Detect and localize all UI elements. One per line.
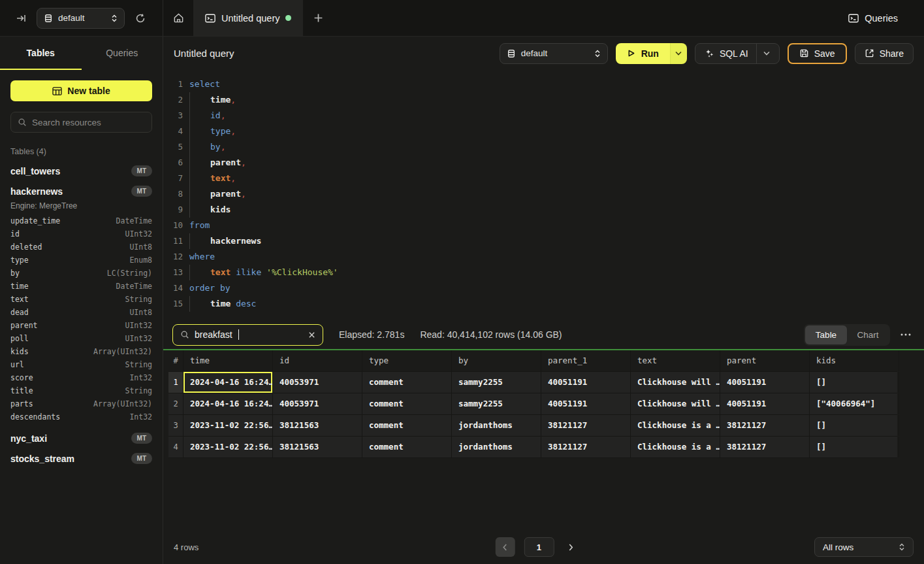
column-row[interactable]: timeDateTime [10, 280, 152, 293]
table-cell[interactable]: Clickhouse is a … [631, 415, 720, 436]
column-row[interactable]: partsArray(UInt32) [10, 397, 152, 410]
sidebar-search-input[interactable] [32, 118, 148, 127]
table-cell[interactable]: comment [362, 372, 452, 393]
tables-list: cell_towersMThackernewsMTEngine: MergeTr… [10, 165, 152, 464]
column-row[interactable]: deletedUInt8 [10, 241, 152, 254]
header-cell[interactable]: by [452, 350, 541, 371]
column-row[interactable]: urlString [10, 358, 152, 371]
collapse-sidebar-button[interactable] [12, 9, 30, 27]
table-cell[interactable]: comment [362, 415, 452, 436]
table-cell[interactable]: comment [362, 393, 452, 414]
token: , [241, 189, 246, 199]
table-cell[interactable]: 2024-04-16 16:24… [183, 393, 273, 414]
header-cell[interactable]: text [631, 350, 720, 371]
clear-search-button[interactable] [308, 331, 315, 339]
table-cell[interactable]: ["40066964"] [810, 393, 899, 414]
header-cell[interactable]: parent_1 [541, 350, 631, 371]
table-cell[interactable]: [] [810, 415, 899, 436]
tab-untitled-query[interactable]: Untitled query [193, 0, 303, 36]
sidebar-tab-queries[interactable]: Queries [82, 37, 163, 70]
table-cell[interactable]: 2023-11-02 22:56… [183, 437, 273, 457]
table-cell[interactable]: sammy2255 [452, 393, 541, 414]
run-button[interactable]: Run [616, 43, 670, 64]
column-row[interactable]: titleString [10, 384, 152, 397]
table-cell[interactable]: 40051191 [720, 393, 810, 414]
run-options-button[interactable] [670, 43, 687, 64]
column-row[interactable]: descendantsInt32 [10, 410, 152, 423]
next-page-button[interactable] [563, 537, 579, 557]
page-number-input[interactable]: 1 [524, 537, 554, 557]
table-cell[interactable]: comment [362, 437, 452, 457]
table-cell[interactable]: 38121127 [720, 415, 810, 436]
new-tab-button[interactable] [303, 0, 333, 36]
database-selector[interactable]: default [37, 8, 125, 29]
column-row[interactable]: typeEnum8 [10, 254, 152, 267]
header-cell[interactable]: time [183, 350, 273, 371]
table-cell[interactable]: 38121127 [720, 437, 810, 457]
column-row[interactable]: byLC(String) [10, 267, 152, 280]
table-cell[interactable]: 40051191 [541, 393, 631, 414]
header-cell[interactable]: kids [810, 350, 899, 371]
header-cell[interactable]: id [273, 350, 362, 371]
sidebar-table-item[interactable]: stocks_streamMT [10, 453, 152, 464]
table-cell[interactable]: Clickhouse will … [631, 393, 720, 414]
results-search-input[interactable]: breakfast [172, 324, 323, 346]
view-toggle-chart[interactable]: Chart [847, 325, 889, 344]
sql-ai-options-button[interactable] [756, 44, 770, 63]
new-table-button[interactable]: New table [10, 80, 152, 101]
table-cell[interactable]: 2023-11-02 22:56… [183, 415, 273, 436]
table-cell[interactable]: 38121563 [273, 437, 362, 457]
page-size-selector[interactable]: All rows [814, 537, 914, 557]
table-cell[interactable]: jordanthoms [452, 437, 541, 457]
table-cell[interactable]: 38121127 [541, 415, 631, 436]
queries-nav-button[interactable]: Queries [835, 0, 911, 36]
share-button[interactable]: Share [855, 43, 914, 64]
column-row[interactable]: textString [10, 293, 152, 306]
table-cell[interactable]: 40051191 [720, 372, 810, 393]
save-button[interactable]: Save [788, 43, 847, 64]
code-text: kids [183, 202, 231, 218]
row-number[interactable]: 2 [168, 393, 183, 414]
editor-line: 13text ilike '%ClickHouse%' [163, 265, 924, 280]
column-name: type [10, 256, 29, 265]
row-number[interactable]: 4 [168, 437, 183, 457]
table-cell[interactable]: 40053971 [273, 372, 362, 393]
table-cell[interactable]: Clickhouse will … [631, 372, 720, 393]
sidebar-table-item[interactable]: hackernewsMT [10, 186, 152, 197]
column-row[interactable]: idUInt32 [10, 227, 152, 241]
column-row[interactable]: parentUInt32 [10, 319, 152, 332]
sidebar-table-item[interactable]: cell_towersMT [10, 165, 152, 176]
header-cell[interactable]: type [362, 350, 452, 371]
sidebar-tab-tables[interactable]: Tables [0, 37, 82, 70]
table-cell[interactable]: sammy2255 [452, 372, 541, 393]
header-cell[interactable]: # [168, 350, 183, 371]
row-number[interactable]: 3 [168, 415, 183, 436]
sql-ai-button[interactable]: SQL AI [695, 43, 780, 64]
header-cell[interactable]: parent [720, 350, 810, 371]
header-row: #timeidtypebyparent_1textparentkids [168, 350, 897, 372]
query-database-selector[interactable]: default [500, 43, 608, 64]
table-cell[interactable]: jordanthoms [452, 415, 541, 436]
column-row[interactable]: kidsArray(UInt32) [10, 345, 152, 358]
home-button[interactable] [163, 0, 193, 36]
column-row[interactable]: deadUInt8 [10, 306, 152, 319]
more-options-button[interactable] [897, 333, 915, 336]
row-number[interactable]: 1 [168, 372, 183, 393]
table-cell[interactable]: 40053971 [273, 393, 362, 414]
table-cell[interactable]: Clickhouse is a … [631, 437, 720, 457]
table-cell[interactable]: 38121563 [273, 415, 362, 436]
column-row[interactable]: update_timeDateTime [10, 214, 152, 227]
refresh-button[interactable] [131, 9, 150, 27]
table-cell[interactable]: [] [810, 372, 899, 393]
column-row[interactable]: scoreInt32 [10, 371, 152, 384]
table-cell[interactable]: [] [810, 437, 899, 457]
token: time [210, 299, 231, 308]
view-toggle-table[interactable]: Table [805, 325, 847, 344]
sql-editor[interactable]: 1select2time,3id,4type,5by,6parent,7text… [163, 70, 924, 320]
column-row[interactable]: pollUInt32 [10, 332, 152, 345]
table-cell[interactable]: 40051191 [541, 372, 631, 393]
table-cell[interactable]: 38121127 [541, 437, 631, 457]
previous-page-button[interactable] [495, 537, 515, 557]
table-cell[interactable]: 2024-04-16 16:24… [183, 372, 273, 393]
sidebar-table-item[interactable]: nyc_taxiMT [10, 433, 152, 444]
